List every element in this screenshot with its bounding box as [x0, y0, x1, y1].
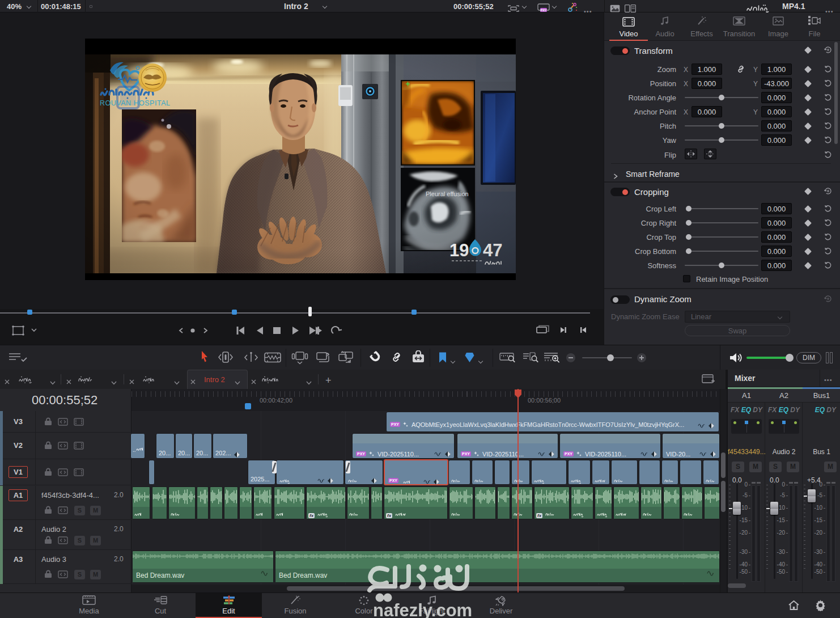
svg-text:PXY: PXY: [540, 9, 546, 12]
